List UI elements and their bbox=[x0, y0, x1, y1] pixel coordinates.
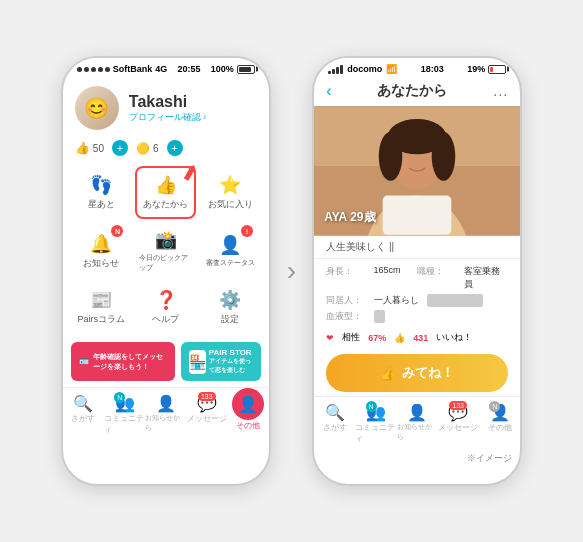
oshirase-nav-icon: 👤 bbox=[156, 394, 176, 413]
height-label: 身長： bbox=[326, 265, 365, 291]
camera-icon: 📸 bbox=[155, 229, 177, 251]
svg-point-5 bbox=[379, 132, 403, 181]
like-btn-label: みてね！ bbox=[402, 364, 454, 382]
coins-stat: 🟡 6 bbox=[136, 142, 159, 155]
likes-label: いいね！ bbox=[436, 331, 472, 344]
nav-label-sagasu-r: さがす bbox=[323, 422, 347, 433]
wifi-icon: 📶 bbox=[386, 64, 397, 74]
menu-label-hoshiato: 星あと bbox=[88, 198, 115, 211]
pair-store-title: PAIR STOR bbox=[209, 348, 253, 357]
job-value: 客室乗務員 bbox=[464, 265, 508, 291]
detail-row-blood: 血液型： ■■ bbox=[326, 310, 508, 323]
bell-icon: 🔔 bbox=[90, 233, 112, 255]
coins-count: 6 bbox=[153, 143, 159, 154]
profile-name: Takashi bbox=[129, 93, 207, 111]
nav-item-oshirase[interactable]: 👤 お知らせから bbox=[145, 392, 186, 437]
star-icon: ⭐ bbox=[219, 174, 241, 196]
likes-count: 431 bbox=[413, 333, 428, 343]
menu-item-help[interactable]: ❓ ヘルプ bbox=[135, 283, 196, 332]
left-status-bar: SoftBank 4G 20:55 100% bbox=[63, 58, 269, 78]
menu-grid: 👣 星あと 👍 あなたから ⬆ ⭐ お気に入り 🔔 お知らせ N 📸 今日のピッ… bbox=[63, 162, 269, 336]
nav-item-messages[interactable]: 💬 メッセージ 133 bbox=[186, 392, 227, 437]
battery-icon bbox=[237, 65, 255, 74]
right-nav-oshirase[interactable]: 👤 お知らせから bbox=[397, 401, 438, 446]
right-header: ‹ あなたから … bbox=[314, 78, 520, 106]
signal-dot bbox=[84, 67, 89, 72]
menu-item-pickup[interactable]: 📸 今日のピックアップ bbox=[135, 223, 196, 279]
right-nav-messages[interactable]: 💬 メッセージ 133 bbox=[438, 401, 479, 446]
thumbsup-icon: 👍 bbox=[394, 333, 405, 343]
nav-label-messages: メッセージ bbox=[187, 413, 227, 424]
menu-label-column: Pairsコラム bbox=[77, 313, 125, 326]
nav-item-sonota[interactable]: 👤 その他 bbox=[228, 392, 269, 437]
gear-icon: ⚙️ bbox=[219, 289, 241, 311]
age-verify-banner[interactable]: 🪪 年齢確認をしてメッセージを楽しもう！ bbox=[71, 342, 175, 381]
pair-store-banner[interactable]: 🏪 PAIR STOR アイテムを使って恋を楽しむ bbox=[181, 342, 261, 381]
compat-pct: 67% bbox=[368, 333, 386, 343]
thumbs-up-icon: 👍 bbox=[155, 174, 177, 196]
menu-item-oshirase[interactable]: 🔔 お知らせ N bbox=[71, 223, 132, 279]
right-nav-sonota[interactable]: 👤 その他 N bbox=[479, 401, 520, 446]
menu-item-settings[interactable]: ⚙️ 設定 bbox=[200, 283, 261, 332]
menu-label-okiniiri: お気に入り bbox=[208, 198, 253, 211]
menu-label-anata-kara: あなたから bbox=[143, 198, 188, 211]
height-value: 165cm bbox=[374, 265, 401, 291]
signal-dot bbox=[105, 67, 110, 72]
likes-count: 50 bbox=[93, 143, 104, 154]
menu-item-shinsa[interactable]: 👤 審査ステータス ! bbox=[200, 223, 261, 279]
add-coins-button[interactable]: + bbox=[167, 140, 183, 156]
menu-label-pickup: 今日のピックアップ bbox=[139, 253, 192, 273]
community-badge-r: N bbox=[366, 401, 377, 412]
menu-item-column[interactable]: 📰 Pairsコラム bbox=[71, 283, 132, 332]
menu-item-hoshiato[interactable]: 👣 星あと bbox=[71, 166, 132, 219]
profile-info: Takashi プロフィール確認 › bbox=[129, 93, 207, 124]
job-label: 職種： bbox=[417, 265, 456, 291]
signal-dot bbox=[91, 67, 96, 72]
profile-bio: 人生美味しく || bbox=[314, 236, 520, 259]
notification-badge: N bbox=[111, 225, 123, 237]
detail-row-height: 身長： 165cm 職種： 客室乗務員 bbox=[326, 265, 508, 291]
coin-icon: 🟡 bbox=[136, 142, 150, 155]
more-button[interactable]: … bbox=[492, 82, 508, 100]
add-likes-button[interactable]: + bbox=[112, 140, 128, 156]
nav-item-community[interactable]: 👥 コミュニティ N bbox=[104, 392, 145, 437]
nav-label-messages-r: メッセージ bbox=[438, 422, 478, 433]
menu-item-anata-kara[interactable]: 👍 あなたから ⬆ bbox=[135, 166, 196, 219]
sonota-circle: 👤 bbox=[232, 388, 264, 420]
left-phone: SoftBank 4G 20:55 100% 😊 Takashi プロフィール確… bbox=[61, 56, 271, 486]
oshirase-icon-r: 👤 bbox=[407, 403, 427, 422]
arrow-indicator: ⬆ bbox=[175, 157, 204, 189]
right-phone: docomo 📶 18:03 19% ‹ あなたから … bbox=[312, 56, 522, 486]
nav-label-oshirase: お知らせから bbox=[145, 413, 186, 433]
profile-link[interactable]: プロフィール確認 › bbox=[129, 111, 207, 124]
nav-item-sagasu[interactable]: 🔍 さがす bbox=[63, 392, 104, 437]
message-badge-r: 133 bbox=[449, 401, 467, 410]
id-icon: 🪪 bbox=[79, 357, 89, 366]
like-button[interactable]: 👍 みてね！ bbox=[326, 354, 508, 392]
person-icon: 👤 bbox=[219, 234, 241, 256]
detail-row-living: 同居人： 一人暮らし 兄弟姉妹：■■ bbox=[326, 294, 508, 307]
carrier-label: SoftBank bbox=[113, 64, 153, 74]
menu-item-okiniiri[interactable]: ⭐ お気に入り bbox=[200, 166, 261, 219]
compat-row: ❤ 相性 67% 👍 431 いいね！ bbox=[314, 329, 520, 346]
right-nav-sagasu[interactable]: 🔍 さがす bbox=[314, 401, 355, 446]
banner-row: 🪪 年齢確認をしてメッセージを楽しもう！ 🏪 PAIR STOR アイテムを使っ… bbox=[63, 336, 269, 387]
right-nav-community[interactable]: 👥 コミュニティ N bbox=[355, 401, 396, 446]
menu-label-settings: 設定 bbox=[221, 313, 239, 326]
signal-dot bbox=[98, 67, 103, 72]
menu-label-oshirase: お知らせ bbox=[83, 257, 119, 270]
message-badge: 133 bbox=[198, 392, 216, 401]
profile-section: 😊 Takashi プロフィール確認 › bbox=[63, 78, 269, 136]
back-button[interactable]: ‹ bbox=[326, 82, 331, 100]
profile-photo: AYA 29歳 bbox=[314, 106, 520, 236]
right-battery-pct: 19% bbox=[467, 64, 485, 74]
network-label: 4G bbox=[155, 64, 167, 74]
nav-label-community-r: コミュニティ bbox=[355, 422, 396, 444]
thumbsup-btn-icon: 👍 bbox=[380, 366, 396, 381]
compat-label: 相性 bbox=[342, 331, 360, 344]
right-status-bar: docomo 📶 18:03 19% bbox=[314, 58, 520, 78]
blood-label: 血液型： bbox=[326, 310, 366, 323]
right-carrier: docomo bbox=[347, 64, 382, 74]
age-verify-text: 年齢確認をしてメッセージを楽しもう！ bbox=[93, 352, 167, 372]
profile-details: 身長： 165cm 職種： 客室乗務員 同居人： 一人暮らし 兄弟姉妹：■■ 血… bbox=[314, 259, 520, 329]
